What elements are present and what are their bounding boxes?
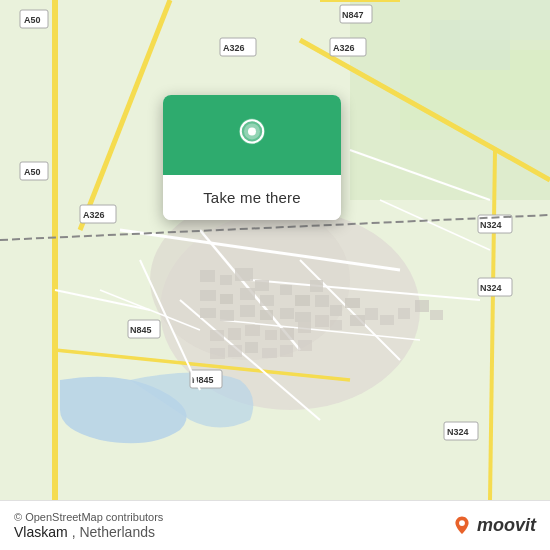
svg-rect-79 [380,315,394,325]
svg-rect-81 [415,300,429,312]
svg-text:A326: A326 [223,43,245,53]
svg-text:A326: A326 [333,43,355,53]
moovit-pin-icon [451,515,473,537]
popup-header [163,95,341,175]
location-name: Vlaskam [14,524,68,540]
svg-rect-60 [200,308,216,318]
popup-card: Take me there [163,95,341,220]
location-pin-icon [232,117,272,157]
svg-rect-84 [228,345,242,357]
take-me-there-button[interactable]: Take me there [163,175,341,220]
svg-rect-62 [240,305,255,317]
svg-rect-50 [220,275,232,285]
svg-rect-55 [240,288,255,300]
svg-rect-74 [298,322,311,333]
svg-rect-69 [210,330,224,341]
svg-text:N847: N847 [342,10,364,20]
svg-rect-64 [280,308,294,319]
svg-rect-58 [295,295,310,306]
svg-rect-59 [310,280,323,292]
svg-rect-88 [298,340,312,351]
svg-rect-71 [245,325,260,336]
svg-rect-57 [280,285,292,295]
moovit-logo: moovit [451,515,536,537]
svg-rect-66 [315,295,329,307]
svg-point-93 [459,520,465,526]
svg-rect-76 [330,320,342,330]
svg-rect-63 [260,310,273,320]
svg-text:N324: N324 [480,220,502,230]
svg-rect-49 [200,270,215,282]
svg-rect-72 [265,330,277,340]
svg-rect-73 [280,328,294,340]
svg-rect-77 [350,315,365,326]
svg-rect-54 [220,294,233,304]
svg-point-91 [248,127,256,135]
moovit-brand-text: moovit [477,515,536,536]
svg-rect-78 [365,308,378,320]
svg-rect-82 [430,310,443,320]
svg-rect-65 [295,312,311,322]
svg-text:N324: N324 [480,283,502,293]
svg-rect-75 [315,315,329,327]
svg-text:A50: A50 [24,15,41,25]
map-container: A50 A50 A326 A326 A326 N847 N324 N324 N3… [0,0,550,500]
svg-rect-68 [345,298,360,308]
svg-text:A326: A326 [83,210,105,220]
svg-rect-67 [330,305,342,316]
bottom-bar: © OpenStreetMap contributors Vlaskam , N… [0,500,550,550]
copyright-text: © OpenStreetMap contributors [14,511,163,523]
svg-rect-61 [220,310,234,321]
country-label: , Netherlands [72,524,155,540]
svg-rect-87 [280,345,293,357]
svg-text:A50: A50 [24,167,41,177]
svg-rect-85 [245,342,258,353]
svg-rect-51 [235,268,253,281]
svg-rect-52 [255,280,269,291]
svg-rect-83 [210,348,225,359]
svg-rect-7 [460,0,550,40]
svg-rect-70 [228,328,241,340]
svg-text:N324: N324 [447,427,469,437]
svg-rect-53 [200,290,216,301]
svg-rect-56 [260,295,274,306]
svg-rect-80 [398,308,410,319]
svg-text:N845: N845 [130,325,152,335]
svg-rect-86 [262,348,277,358]
